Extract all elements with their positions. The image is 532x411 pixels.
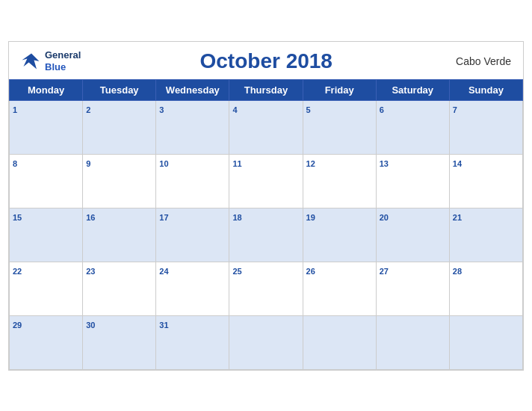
day-number: 6: [380, 105, 384, 114]
calendar-cell: 15: [10, 208, 83, 262]
calendar-cell: 23: [83, 262, 156, 315]
calendar-cell: 10: [156, 154, 229, 208]
logo-area: General Blue: [21, 49, 81, 72]
logo-text: General Blue: [45, 49, 81, 72]
calendar-cell: 14: [449, 154, 522, 208]
weekday-header-thursday: Thursday: [229, 79, 303, 100]
day-number: 20: [380, 213, 389, 222]
week-row-5: 293031: [10, 315, 523, 369]
calendar-grid: MondayTuesdayWednesdayThursdayFridaySatu…: [9, 79, 523, 370]
calendar-cell: 24: [156, 262, 229, 315]
calendar-cell: [229, 315, 303, 369]
calendar-cell: 27: [376, 262, 449, 315]
calendar-cell: 3: [156, 100, 229, 154]
calendar-cell: 21: [449, 208, 522, 262]
calendar-cell: 31: [156, 315, 229, 369]
day-number: 4: [232, 105, 237, 114]
calendar-cell: 28: [449, 262, 522, 315]
calendar-title: October 2018: [81, 49, 451, 73]
day-number: 5: [306, 105, 311, 114]
logo-general: General: [45, 49, 81, 61]
calendar-cell: [303, 315, 376, 369]
svg-marker-0: [22, 53, 39, 69]
day-number: 30: [86, 321, 95, 330]
day-number: 2: [86, 105, 90, 114]
day-number: 1: [13, 105, 17, 114]
day-number: 16: [86, 213, 95, 222]
calendar-cell: 26: [303, 262, 376, 315]
calendar-cell: 1: [10, 100, 83, 154]
calendar-cell: 29: [10, 315, 83, 369]
calendar-cell: 17: [156, 208, 229, 262]
day-number: 24: [159, 267, 168, 276]
day-number: 11: [232, 159, 241, 168]
day-number: 17: [159, 213, 168, 222]
day-number: 26: [306, 267, 315, 276]
day-number: 19: [306, 213, 315, 222]
day-number: 12: [306, 159, 315, 168]
calendar-cell: 6: [376, 100, 449, 154]
calendar-cell: 4: [229, 100, 303, 154]
week-row-1: 1234567: [10, 100, 523, 154]
calendar-cell: [376, 315, 449, 369]
day-number: 21: [453, 213, 462, 222]
weekday-header-saturday: Saturday: [376, 79, 449, 100]
day-number: 9: [86, 159, 90, 168]
day-number: 8: [13, 159, 17, 168]
weekday-header-sunday: Sunday: [449, 79, 522, 100]
weekday-header-monday: Monday: [10, 79, 83, 100]
calendar-cell: 7: [449, 100, 522, 154]
day-number: 27: [380, 267, 389, 276]
calendar-cell: 2: [83, 100, 156, 154]
day-number: 15: [13, 213, 22, 222]
calendar-cell: 5: [303, 100, 376, 154]
calendar-cell: 18: [229, 208, 303, 262]
calendar-cell: 22: [10, 262, 83, 315]
calendar-header: General Blue October 2018 Cabo Verde: [9, 42, 523, 79]
week-row-4: 22232425262728: [10, 262, 523, 315]
day-number: 3: [159, 105, 164, 114]
day-number: 10: [159, 159, 168, 168]
calendar-cell: 8: [10, 154, 83, 208]
calendar-cell: 12: [303, 154, 376, 208]
calendar-cell: 25: [229, 262, 303, 315]
day-number: 18: [232, 213, 241, 222]
calendar-cell: [449, 315, 522, 369]
day-number: 14: [453, 159, 462, 168]
day-number: 13: [380, 159, 389, 168]
weekday-header-wednesday: Wednesday: [156, 79, 229, 100]
weekday-header-tuesday: Tuesday: [83, 79, 156, 100]
week-row-2: 891011121314: [10, 154, 523, 208]
day-number: 23: [86, 267, 95, 276]
calendar-container: General Blue October 2018 Cabo Verde Mon…: [8, 41, 524, 371]
day-number: 28: [453, 267, 462, 276]
weekday-header-row: MondayTuesdayWednesdayThursdayFridaySatu…: [10, 79, 523, 100]
calendar-cell: 9: [83, 154, 156, 208]
week-row-3: 15161718192021: [10, 208, 523, 262]
day-number: 31: [159, 321, 168, 330]
calendar-cell: 13: [376, 154, 449, 208]
calendar-cell: 19: [303, 208, 376, 262]
calendar-cell: 16: [83, 208, 156, 262]
country-label: Cabo Verde: [451, 55, 511, 67]
day-number: 29: [13, 321, 22, 330]
calendar-cell: 11: [229, 154, 303, 208]
day-number: 7: [453, 105, 457, 114]
calendar-cell: 30: [83, 315, 156, 369]
weekday-header-friday: Friday: [303, 79, 376, 100]
day-number: 22: [13, 267, 22, 276]
calendar-cell: 20: [376, 208, 449, 262]
logo-blue: Blue: [45, 61, 81, 73]
logo-bird-icon: [21, 51, 42, 72]
day-number: 25: [232, 267, 241, 276]
